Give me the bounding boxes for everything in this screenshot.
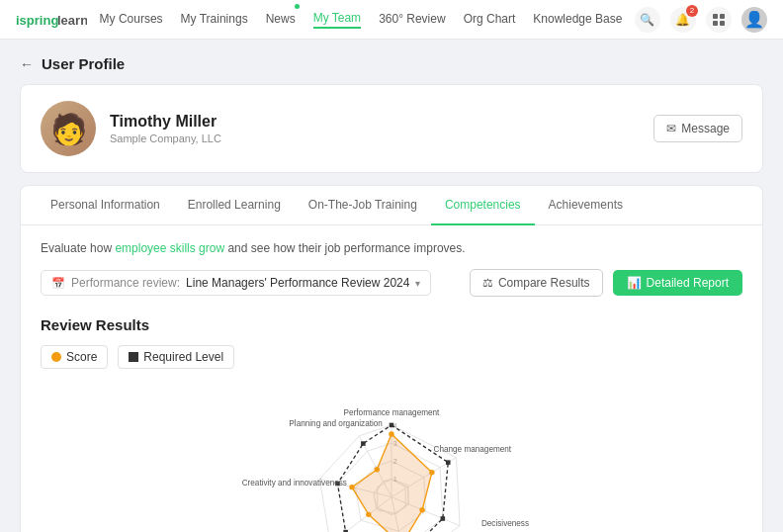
detailed-label: Detailed Report	[647, 276, 729, 290]
label-planning: Planning and organization	[289, 419, 383, 428]
tabs-body: Evaluate how employee skills grow and se…	[21, 225, 762, 532]
tabs-card: Personal Information Enrolled Learning O…	[20, 185, 763, 532]
info-link[interactable]: employee skills grow	[115, 241, 224, 255]
req-dot-1	[446, 460, 451, 465]
required-dot	[129, 352, 138, 362]
logo-svg: ispring learn	[16, 11, 87, 29]
score-dot-2	[419, 507, 424, 512]
tab-enrolled-learning[interactable]: Enrolled Learning	[174, 186, 295, 225]
back-button[interactable]: ←	[20, 56, 34, 72]
grid-label-4: 4	[393, 421, 397, 430]
label-creativity: Creativity and innovativeness	[242, 479, 347, 488]
breadcrumb: ← User Profile	[20, 55, 763, 72]
score-label: Score	[66, 350, 97, 364]
detailed-report-button[interactable]: 📊 Detailed Report	[613, 270, 742, 296]
notification-badge: 2	[686, 5, 698, 17]
label-performance-mgmt: Performance management	[344, 408, 440, 417]
top-nav: ispring learn My Courses My Trainings Ne…	[0, 0, 783, 40]
nav-my-trainings[interactable]: My Trainings	[181, 12, 248, 28]
review-results-title: Review Results	[41, 316, 742, 333]
tab-competencies[interactable]: Competencies	[431, 186, 535, 225]
user-avatar: 🧑	[41, 101, 96, 156]
message-icon: ✉	[666, 122, 676, 135]
tab-on-the-job[interactable]: On-The-Job Training	[295, 186, 431, 225]
req-dot-6	[361, 441, 366, 446]
profile-details: Timothy Miller Sample Company, LLC	[110, 113, 221, 144]
nav-links: My Courses My Trainings News My Team 360…	[100, 11, 623, 29]
profile-info: 🧑 Timothy Miller Sample Company, LLC	[41, 101, 221, 156]
radar-chart: .radar-grid { fill: none; stroke: #e0e0e…	[144, 385, 639, 532]
message-label: Message	[681, 122, 730, 135]
perf-review-label: Performance review:	[71, 276, 180, 290]
avatar-image: 🧑	[50, 112, 87, 146]
perf-review-value: Line Managers' Performance Review 2024	[186, 276, 409, 290]
compare-label: Compare Results	[498, 276, 590, 290]
nav-org-chart[interactable]: Org Chart	[464, 12, 516, 28]
performance-review-select[interactable]: 📅 Performance review: Line Managers' Per…	[41, 270, 431, 296]
perf-actions: ⚖ Compare Results 📊 Detailed Report	[470, 269, 742, 297]
chevron-down-icon: ▾	[415, 278, 420, 289]
legend-score: Score	[41, 345, 108, 369]
user-avatar-nav[interactable]: 👤	[741, 7, 767, 33]
nav-360-review[interactable]: 360° Review	[379, 12, 446, 28]
radar-chart-container: .radar-grid { fill: none; stroke: #e0e0e…	[41, 385, 742, 532]
score-dot-6	[375, 467, 380, 472]
calendar-icon: 📅	[51, 277, 65, 290]
grid-icon	[713, 14, 725, 26]
req-dot-0	[390, 423, 394, 428]
notification-button[interactable]: 🔔 2	[670, 7, 696, 33]
search-icon: 🔍	[640, 13, 654, 27]
legend-required: Required Level	[118, 345, 234, 369]
tabs-header: Personal Information Enrolled Learning O…	[21, 186, 762, 225]
search-button[interactable]: 🔍	[635, 7, 660, 33]
required-label: Required Level	[143, 350, 223, 364]
nav-knowledge-base[interactable]: Knowledge Base	[533, 12, 622, 28]
svg-text:learn: learn	[57, 13, 87, 28]
nav-icons: 🔍 🔔 2 👤	[635, 7, 767, 33]
performance-review-row: 📅 Performance review: Line Managers' Per…	[41, 269, 742, 297]
score-dot-1	[429, 470, 434, 475]
score-dot-4	[366, 512, 371, 517]
label-decisiveness-main: Decisiveness	[481, 519, 529, 528]
chart-legend: Score Required Level	[41, 345, 742, 369]
message-button[interactable]: ✉ Message	[653, 115, 742, 142]
nav-news[interactable]: News	[266, 12, 296, 28]
user-avatar-icon: 👤	[744, 10, 764, 29]
req-dot-2	[441, 516, 446, 521]
page-title: User Profile	[42, 55, 125, 72]
profile-card: 🧑 Timothy Miller Sample Company, LLC ✉ M…	[20, 84, 763, 173]
nav-my-team[interactable]: My Team	[313, 11, 361, 29]
compare-icon: ⚖	[482, 276, 493, 290]
profile-company: Sample Company, LLC	[110, 133, 221, 144]
score-dot-0	[389, 431, 393, 436]
logo[interactable]: ispring learn	[16, 11, 87, 29]
nav-my-courses[interactable]: My Courses	[100, 12, 163, 28]
report-icon: 📊	[627, 276, 642, 290]
main-content: ← User Profile 🧑 Timothy Miller Sample C…	[0, 40, 783, 532]
score-dot-5	[349, 485, 354, 489]
svg-text:ispring: ispring	[16, 13, 58, 28]
tab-achievements[interactable]: Achievements	[535, 186, 637, 225]
profile-name: Timothy Miller	[110, 113, 221, 131]
score-polygon	[352, 434, 432, 532]
score-dot	[51, 352, 61, 362]
tab-personal-info[interactable]: Personal Information	[37, 186, 174, 225]
compare-results-button[interactable]: ⚖ Compare Results	[470, 269, 603, 297]
competencies-info: Evaluate how employee skills grow and se…	[41, 241, 742, 255]
label-change-mgmt: Change management	[434, 445, 512, 454]
apps-button[interactable]	[706, 7, 732, 33]
